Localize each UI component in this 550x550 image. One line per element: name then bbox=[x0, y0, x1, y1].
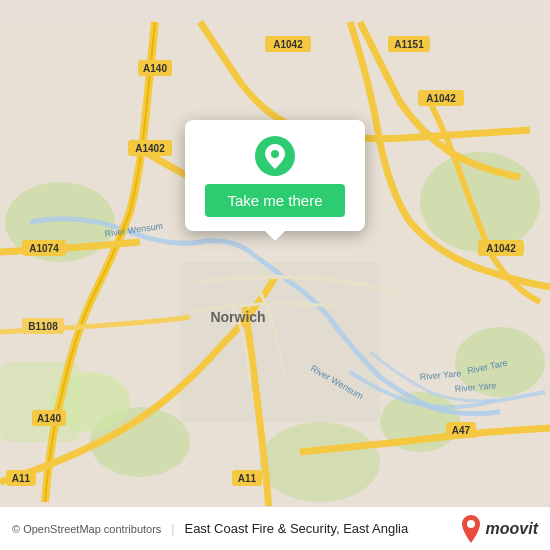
location-name: East Coast Fire & Security, East Anglia bbox=[184, 521, 408, 536]
moovit-logo: moovit bbox=[460, 515, 538, 543]
svg-point-6 bbox=[260, 422, 380, 502]
copyright-text: © OpenStreetMap contributors bbox=[12, 523, 161, 535]
svg-text:A1042: A1042 bbox=[426, 93, 456, 104]
svg-text:A1042: A1042 bbox=[486, 243, 516, 254]
svg-text:A1151: A1151 bbox=[394, 39, 424, 50]
take-me-there-button[interactable]: Take me there bbox=[205, 184, 345, 217]
location-pin-icon bbox=[255, 136, 295, 176]
svg-text:A47: A47 bbox=[452, 425, 471, 436]
popup-card: Take me there bbox=[185, 120, 365, 231]
svg-text:A11: A11 bbox=[238, 473, 257, 484]
svg-text:A1402: A1402 bbox=[135, 143, 165, 154]
svg-point-42 bbox=[467, 520, 475, 528]
svg-text:A1042: A1042 bbox=[273, 39, 303, 50]
svg-text:A11: A11 bbox=[12, 473, 31, 484]
map-container[interactable]: A140 A140 A1042 A1042 A1042 A1151 A1402 … bbox=[0, 0, 550, 550]
svg-text:A1074: A1074 bbox=[29, 243, 59, 254]
svg-text:A140: A140 bbox=[37, 413, 61, 424]
info-bar: © OpenStreetMap contributors | East Coas… bbox=[0, 506, 550, 550]
svg-text:A140: A140 bbox=[143, 63, 167, 74]
svg-point-41 bbox=[271, 150, 279, 158]
svg-text:Norwich: Norwich bbox=[210, 309, 265, 325]
info-bar-content: © OpenStreetMap contributors | East Coas… bbox=[12, 521, 408, 536]
svg-text:B1108: B1108 bbox=[28, 321, 58, 332]
moovit-brand-icon bbox=[460, 515, 482, 543]
moovit-brand-text: moovit bbox=[486, 520, 538, 538]
